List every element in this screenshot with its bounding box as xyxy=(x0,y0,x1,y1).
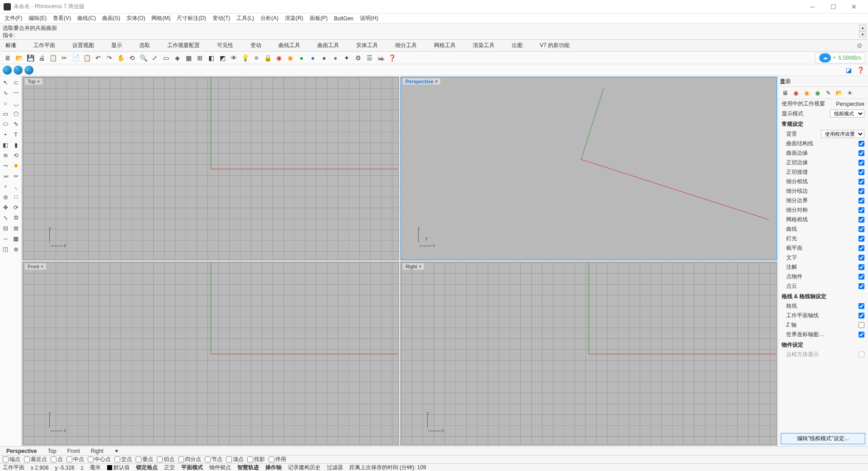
rotate-view-icon[interactable]: ⟲ xyxy=(127,53,137,63)
osnap-check-5[interactable] xyxy=(114,457,120,462)
scale-icon[interactable]: ⤡ xyxy=(1,213,10,222)
tab-curve-tools[interactable]: 曲线工具 xyxy=(276,40,303,51)
menu-panels[interactable]: 面板(P) xyxy=(307,14,330,23)
zoom-icon[interactable]: 🔍 xyxy=(138,53,148,63)
redo-icon[interactable]: ↷ xyxy=(104,53,114,63)
fillet-icon[interactable]: ◟ xyxy=(11,182,20,191)
menu-solid[interactable]: 实体(O) xyxy=(124,14,148,23)
grid-check-2[interactable] xyxy=(859,322,864,328)
status-units[interactable]: 毫米 xyxy=(90,464,101,471)
ghosted-icon[interactable]: ● xyxy=(319,53,329,63)
viewport-front[interactable]: Front▾ zx xyxy=(23,262,399,445)
command-input[interactable] xyxy=(17,32,865,38)
grasshopper-icon[interactable]: 🦗 xyxy=(376,53,386,63)
vptab-front[interactable]: Front xyxy=(65,447,83,455)
viewport-right[interactable]: Right▾ zx xyxy=(401,262,777,445)
paste2-icon[interactable]: 📋 xyxy=(82,53,92,63)
surface-icon[interactable]: ◧ xyxy=(1,140,10,149)
osnap-check-12[interactable] xyxy=(269,457,274,462)
cloud-status[interactable]: ☁ • 6.58MB/s xyxy=(815,52,865,63)
status-osnap[interactable]: 物件锁点 xyxy=(209,464,231,471)
osnap-check-9[interactable] xyxy=(205,457,211,462)
point-icon[interactable]: • xyxy=(1,130,10,139)
lock-icon[interactable]: 🔒 xyxy=(263,53,273,63)
panel-mode-folder-icon[interactable]: 📂 xyxy=(835,89,843,97)
check-0[interactable] xyxy=(859,141,864,147)
lasso-icon[interactable]: ⊂ xyxy=(11,78,20,87)
viewport-perspective[interactable]: Perspective▾ zx y xyxy=(401,77,777,260)
text-icon[interactable]: T xyxy=(11,130,20,139)
check-9[interactable] xyxy=(859,226,864,232)
tab-standard[interactable]: 标准 xyxy=(3,40,19,51)
vptab-add-icon[interactable]: ✦ xyxy=(112,447,122,455)
menu-render[interactable]: 渲染(R) xyxy=(282,14,306,23)
tab-visibility[interactable]: 可见性 xyxy=(214,40,236,51)
arc-icon[interactable]: ◡ xyxy=(11,99,20,108)
offset-icon[interactable]: ⊚ xyxy=(1,192,10,201)
copy-icon[interactable]: 📋 xyxy=(48,53,58,63)
check-12[interactable] xyxy=(859,255,864,261)
panel-mode-env-icon[interactable]: ◉ xyxy=(813,89,821,97)
menu-edit[interactable]: 编辑(E) xyxy=(26,14,49,23)
render-mode-icon[interactable] xyxy=(3,66,12,75)
panel-mode-render-icon[interactable]: ◉ xyxy=(792,89,800,97)
help-panel-icon[interactable]: ❓ xyxy=(855,65,865,75)
options-icon[interactable]: ⚙ xyxy=(353,53,363,63)
viewport-label-front[interactable]: Front▾ xyxy=(25,263,46,270)
menu-dimension[interactable]: 尺寸标注(D) xyxy=(174,14,209,23)
hide-icon[interactable]: 💡 xyxy=(240,53,250,63)
cut-icon[interactable]: ✂ xyxy=(59,53,69,63)
osnap-1[interactable]: 最近点 xyxy=(24,456,47,463)
open-file-icon[interactable]: 📂 xyxy=(14,53,24,63)
render-icon[interactable]: ◉ xyxy=(274,53,284,63)
tab-solid-tools[interactable]: 实体工具 xyxy=(354,40,381,51)
viewport-label-right[interactable]: Right▾ xyxy=(403,263,424,270)
render-preview-icon[interactable]: ◉ xyxy=(285,53,295,63)
tab-setview[interactable]: 设置视图 xyxy=(70,40,97,51)
status-history[interactable]: 记录建构历史 xyxy=(288,464,321,471)
menu-mesh[interactable]: 网格(M) xyxy=(149,14,173,23)
check-6[interactable] xyxy=(859,198,864,204)
panel-mode-material-icon[interactable]: ◉ xyxy=(802,89,811,97)
check-2[interactable] xyxy=(859,160,864,166)
osnap-check-7[interactable] xyxy=(157,457,163,462)
zoom-window-icon[interactable]: ▭ xyxy=(161,53,171,63)
menu-curve[interactable]: 曲线(C) xyxy=(75,14,99,23)
rotate-icon[interactable]: ⟳ xyxy=(11,203,20,212)
check-7[interactable] xyxy=(859,207,864,213)
osnap-8[interactable]: 四分点 xyxy=(178,456,201,463)
osnap-check-11[interactable] xyxy=(247,457,253,462)
check-5[interactable] xyxy=(859,188,864,194)
move-icon[interactable]: ✥ xyxy=(1,203,10,212)
osnap-2[interactable]: 点 xyxy=(51,456,63,463)
panel-mode-sun-icon[interactable]: ☀ xyxy=(846,89,854,97)
minimize-button[interactable]: ─ xyxy=(802,0,823,14)
new-file-icon[interactable]: 🗎 xyxy=(3,53,13,63)
revolve-icon[interactable]: ⟲ xyxy=(11,151,20,160)
join-icon[interactable]: ⫘ xyxy=(1,171,10,181)
display-mode-select[interactable]: 线框模式 xyxy=(830,109,864,118)
osnap-5[interactable]: 交点 xyxy=(114,456,132,463)
tab-drafting[interactable]: 出图 xyxy=(509,40,525,51)
tab-select[interactable]: 选取 xyxy=(137,40,153,51)
check-10[interactable] xyxy=(859,236,864,242)
osnap-check-2[interactable] xyxy=(51,457,57,462)
viewport-label-top[interactable]: Top▾ xyxy=(25,78,42,85)
sweep-icon[interactable]: ⤳ xyxy=(1,161,10,170)
tab-viewport-layout[interactable]: 工作视窗配置 xyxy=(165,40,203,51)
tab-mesh-tools[interactable]: 网格工具 xyxy=(431,40,458,51)
polygon-icon[interactable]: ⬠ xyxy=(11,109,20,118)
viewport-label-perspective[interactable]: Perspective▾ xyxy=(403,78,440,85)
check-11[interactable] xyxy=(859,245,864,251)
ungroup-icon[interactable]: ⊞ xyxy=(11,224,20,233)
extrude-icon[interactable]: ▮ xyxy=(11,140,20,149)
mirror-icon[interactable]: ⧉ xyxy=(11,213,20,222)
circle-icon[interactable]: ○ xyxy=(1,99,10,108)
grid-check-1[interactable] xyxy=(859,313,864,319)
osnap-check-8[interactable] xyxy=(178,457,184,462)
zoom-selected-icon[interactable]: ◈ xyxy=(172,53,182,63)
4view-icon[interactable]: ⊞ xyxy=(195,53,205,63)
render-mode3-icon[interactable] xyxy=(24,66,33,75)
split-icon[interactable]: ⸗ xyxy=(1,182,10,191)
spotlight-icon[interactable]: ✦ xyxy=(342,53,352,63)
